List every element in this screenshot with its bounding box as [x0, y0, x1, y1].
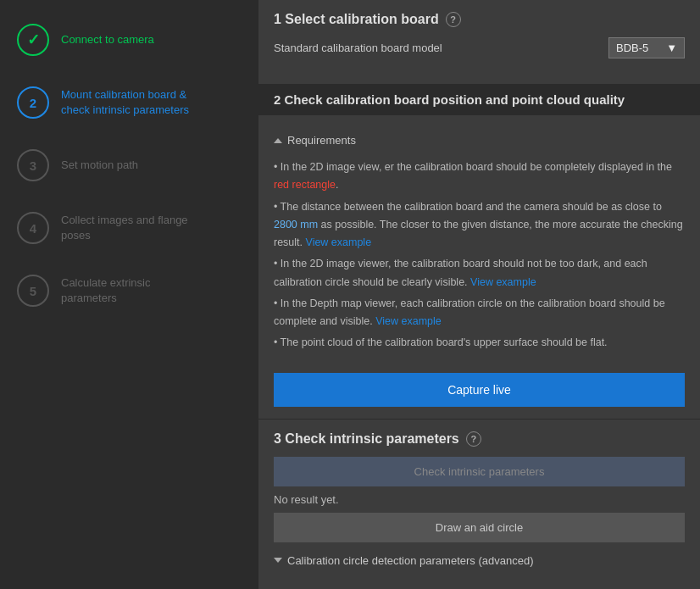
- section3-title-text: 3 Check intrinsic parameters: [274, 431, 459, 447]
- requirements-label: Requirements: [287, 134, 356, 147]
- dropdown-value: BDB-5: [616, 42, 648, 54]
- req3-link[interactable]: View example: [470, 276, 536, 288]
- draw-aid-circle-button[interactable]: Draw an aid circle: [274, 513, 685, 542]
- sidebar-item-motion[interactable]: 3 Set motion path: [0, 134, 258, 197]
- sidebar-item-calculate[interactable]: 5 Calculate extrinsicparameters: [0, 259, 258, 322]
- capture-live-button[interactable]: Capture live: [274, 373, 685, 407]
- section2-title-text: 2 Check calibration board position and p…: [274, 92, 625, 107]
- req2: • The distance between the calibration b…: [274, 198, 685, 253]
- advanced-label: Calibration circle detection parameters …: [287, 554, 533, 567]
- step-label-5: Calculate extrinsicparameters: [61, 275, 151, 306]
- req5: • The point cloud of the calibration boa…: [274, 334, 685, 352]
- requirements-content: • In the 2D image view, er the calibrati…: [274, 153, 685, 364]
- step-circle-2: 2: [17, 86, 49, 119]
- step-circle-1: ✓: [17, 24, 49, 56]
- req3: • In the 2D image viewer, the calibratio…: [274, 255, 685, 292]
- step-circle-4: 4: [17, 212, 49, 244]
- sidebar-item-collect[interactable]: 4 Collect images and flangeposes: [0, 197, 258, 259]
- section1-title: 1 Select calibration board ?: [274, 12, 685, 27]
- check-intrinsic-button: Check intrinsic parameters: [274, 457, 685, 486]
- requirements-arrow-icon: [274, 138, 282, 143]
- no-result-text: No result yet.: [274, 493, 685, 506]
- step-number-5: 5: [30, 284, 36, 298]
- req1-red: red rectangle: [274, 179, 336, 191]
- step-number-4: 4: [30, 221, 36, 236]
- step-circle-5: 5: [17, 275, 49, 307]
- advanced-arrow-icon: [274, 558, 282, 563]
- step-label-2: Mount calibration board &check intrinsic…: [61, 87, 189, 118]
- requirements-toggle[interactable]: Requirements: [274, 127, 685, 153]
- section3-help-icon[interactable]: ?: [466, 431, 481, 447]
- req4-link[interactable]: View example: [375, 315, 442, 327]
- sidebar-item-connect[interactable]: ✓ Connect to camera: [0, 8, 258, 71]
- board-model-row: Standard calibaration board model BDB-5 …: [274, 37, 685, 58]
- step-number-3: 3: [30, 158, 36, 173]
- req1: • In the 2D image view, er the calibrati…: [274, 158, 685, 195]
- req4: • In the Depth map viewer, each calibrat…: [274, 295, 685, 331]
- step-circle-3: 3: [17, 149, 49, 181]
- step-label-1: Connect to camera: [61, 32, 154, 47]
- section2-header: 2 Check calibration board position and p…: [258, 84, 700, 115]
- step-number-2: 2: [30, 96, 36, 110]
- board-model-dropdown[interactable]: BDB-5 ▼: [608, 37, 685, 58]
- sidebar: ✓ Connect to camera 2 Mount calibration …: [0, 0, 258, 589]
- advanced-toggle[interactable]: Calibration circle detection parameters …: [274, 551, 685, 570]
- main-content: 1 Select calibration board ? Standard ca…: [258, 0, 700, 589]
- section2-body: Requirements • In the 2D image view, er …: [258, 115, 700, 419]
- req2-blue: 2800 mm: [274, 219, 318, 231]
- section1-help-icon[interactable]: ?: [446, 12, 461, 27]
- section1-title-text: 1 Select calibration board: [274, 12, 439, 27]
- dropdown-arrow-icon: ▼: [666, 42, 677, 54]
- req2-link[interactable]: View example: [306, 236, 372, 248]
- section3-body: 3 Check intrinsic parameters ? Check int…: [258, 420, 700, 582]
- section3-title: 3 Check intrinsic parameters ?: [274, 431, 685, 447]
- sidebar-item-mount[interactable]: 2 Mount calibration board &check intrins…: [0, 71, 258, 134]
- step-label-4: Collect images and flangeposes: [61, 213, 188, 243]
- step-label-3: Set motion path: [61, 158, 138, 173]
- checkmark-icon: ✓: [27, 31, 40, 49]
- board-model-label: Standard calibaration board model: [274, 42, 442, 54]
- section-select-board: 1 Select calibration board ? Standard ca…: [258, 0, 700, 84]
